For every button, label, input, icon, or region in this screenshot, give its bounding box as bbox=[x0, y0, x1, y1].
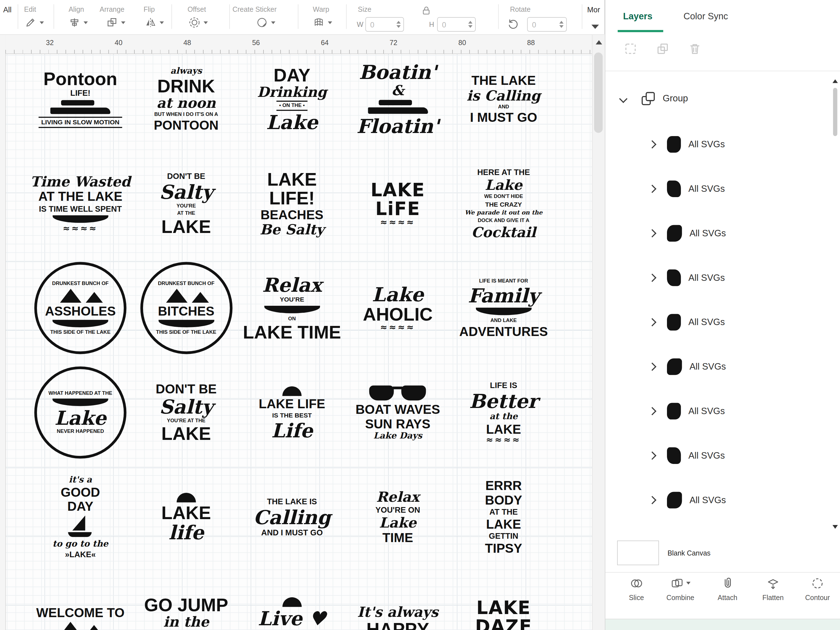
tab-layers[interactable]: Layers bbox=[620, 0, 656, 33]
step-down-icon[interactable] bbox=[468, 25, 472, 28]
chevron-right-icon[interactable] bbox=[648, 452, 657, 460]
layer-row[interactable]: All SVGs bbox=[605, 478, 840, 523]
list-scroll-up-icon[interactable] bbox=[832, 79, 838, 83]
slice-button[interactable]: Slice bbox=[617, 576, 656, 602]
layer-row[interactable]: All SVGs bbox=[605, 344, 840, 389]
canvas-design-tile[interactable]: THE LAKE ISCallingAND I MUST GO bbox=[253, 497, 331, 537]
duplicate-button[interactable] bbox=[655, 41, 671, 57]
attach-button[interactable]: Attach bbox=[708, 576, 747, 602]
layer-row[interactable]: All SVGs bbox=[605, 122, 840, 167]
combine-button[interactable]: Combine bbox=[661, 576, 700, 602]
step-up-icon[interactable] bbox=[559, 21, 564, 24]
warp-button[interactable] bbox=[313, 17, 332, 28]
align-button[interactable] bbox=[69, 17, 88, 28]
canvas-design-tile[interactable]: Live ♥LOVE bbox=[258, 596, 326, 630]
create-sticker-button[interactable] bbox=[256, 17, 276, 28]
canvas-design-tile[interactable]: ERRRBODYAT THELAKEGETTINTIPSY bbox=[485, 479, 522, 555]
chevron-down-icon[interactable] bbox=[619, 94, 627, 103]
rotate-icon[interactable] bbox=[507, 17, 519, 30]
flatten-button[interactable]: Flatten bbox=[754, 576, 793, 602]
canvas-design-tile[interactable]: LAKElife bbox=[161, 492, 211, 542]
design-text: LIFE! bbox=[70, 89, 90, 98]
canvas-design-tile[interactable]: Time WastedAT THE LAKEIS TIME WELL SPENT bbox=[30, 175, 131, 233]
edit-button[interactable] bbox=[25, 17, 44, 28]
chevron-right-icon[interactable] bbox=[648, 407, 657, 415]
chevron-right-icon[interactable] bbox=[648, 363, 657, 371]
list-scrollbar-thumb[interactable] bbox=[833, 88, 837, 136]
canvas-design-tile[interactable]: LAKEDAZEMY bbox=[475, 599, 532, 630]
step-down-icon[interactable] bbox=[559, 25, 564, 28]
canvas-design-tile[interactable]: LAKELiFE bbox=[370, 181, 425, 226]
canvas-design-tile[interactable]: LIFE IS MEANT FORFamilyAND LAKEADVENTURE… bbox=[459, 278, 548, 338]
contour-button[interactable]: Contour bbox=[798, 576, 837, 602]
layer-row[interactable]: All SVGs bbox=[605, 300, 840, 344]
scroll-up-button[interactable] bbox=[592, 34, 605, 50]
more-caret-icon[interactable] bbox=[591, 25, 599, 29]
more-button-label[interactable]: Mor bbox=[587, 5, 600, 14]
canvas-design-tile[interactable]: GO JUMPin the bbox=[144, 596, 228, 630]
chevron-down-icon[interactable] bbox=[686, 582, 690, 585]
canvas-design-tile[interactable]: DAYDrinking• ON THE •Lake bbox=[257, 66, 327, 132]
canvas-design-tile[interactable]: BOAT WAVESSUN RAYSLake Days bbox=[355, 384, 440, 441]
rotate-stepper[interactable] bbox=[559, 21, 564, 28]
toolbar-separator bbox=[17, 4, 18, 29]
step-down-icon[interactable] bbox=[396, 25, 401, 28]
step-up-icon[interactable] bbox=[396, 21, 401, 24]
design-canvas[interactable]: PontoonLIFE!LIVING IN SLOW MOTIONalwaysD… bbox=[5, 54, 592, 630]
select-all-button[interactable] bbox=[622, 41, 638, 57]
layer-row[interactable]: All SVGs bbox=[605, 167, 840, 211]
canvas-design-tile[interactable]: WHAT HAPPENED AT THELakeNEVER HAPPENED bbox=[34, 366, 126, 459]
canvas-design-tile[interactable]: DRUNKEST BUNCH OFASSHOLESTHIS SIDE OF TH… bbox=[34, 262, 126, 354]
contour-label: Contour bbox=[805, 594, 830, 602]
layer-row[interactable]: All SVGs bbox=[605, 256, 840, 300]
height-stepper[interactable] bbox=[468, 21, 472, 28]
step-up-icon[interactable] bbox=[468, 21, 472, 24]
canvas-design-tile[interactable]: It's alwaysHAPPY bbox=[357, 605, 439, 630]
canvas-design-tile[interactable]: LakeAHOLIC bbox=[363, 285, 433, 332]
canvas-design-tile[interactable]: PontoonLIFE!LIVING IN SLOW MOTION bbox=[39, 70, 122, 128]
canvas-design-tile[interactable]: LIFE ISBetterat theLAKE bbox=[469, 381, 538, 444]
chevron-right-icon[interactable] bbox=[648, 140, 657, 149]
chevron-right-icon[interactable] bbox=[648, 318, 657, 327]
chevron-right-icon[interactable] bbox=[648, 273, 657, 282]
canvas-design-tile[interactable]: Boatin'&Floatin' bbox=[357, 62, 439, 136]
layer-group-row[interactable]: Group bbox=[605, 84, 840, 114]
design-text: Calling bbox=[253, 507, 331, 527]
canvas-design-tile[interactable]: DON'T BESaltyYOU'REAT THELAKE bbox=[159, 172, 213, 235]
arrange-button[interactable] bbox=[106, 17, 125, 28]
chevron-right-icon[interactable] bbox=[648, 496, 657, 504]
canvas-design-tile[interactable]: DRUNKEST BUNCH OFBITCHESTHIS SIDE OF THE… bbox=[140, 262, 232, 354]
chevron-right-icon[interactable] bbox=[648, 185, 657, 193]
design-text: TIPSY bbox=[485, 542, 522, 555]
canvas-design-tile[interactable]: LAKELIFE!BEACHESBe Salty bbox=[260, 171, 324, 237]
layer-row[interactable]: All SVGs bbox=[605, 211, 840, 256]
canvas-design-tile[interactable]: DON'T BESaltyYOU'RE AT THELAKE bbox=[156, 382, 217, 442]
canvas-design-tile[interactable]: THE LAKEis CallingANDI MUST GO bbox=[467, 74, 541, 124]
blank-canvas-row[interactable]: Blank Canvas bbox=[605, 538, 840, 568]
canvas-design-tile[interactable]: RelaxYOU'REONLAKE TIME bbox=[243, 275, 341, 341]
height-input[interactable]: 0 bbox=[437, 17, 476, 32]
tab-color-sync[interactable]: Color Sync bbox=[681, 0, 731, 33]
layer-row[interactable]: All SVGs bbox=[605, 389, 840, 433]
canvas-design-tile[interactable]: it's aGOODDAYto go to the»LAKE« bbox=[53, 475, 108, 559]
all-button[interactable]: All bbox=[3, 5, 11, 14]
canvas-design-tile[interactable]: RelaxYOU'RE ONLakeTIME bbox=[376, 490, 420, 544]
rotate-input[interactable]: 0 bbox=[527, 17, 567, 32]
offset-button[interactable] bbox=[188, 17, 208, 28]
scrollbar-thumb[interactable] bbox=[594, 53, 603, 133]
delete-button[interactable] bbox=[687, 41, 703, 57]
lock-icon[interactable] bbox=[421, 5, 432, 17]
width-stepper[interactable] bbox=[396, 21, 401, 28]
canvas-design-tile[interactable]: WELCOME TO bbox=[36, 606, 124, 630]
list-scroll-down-icon[interactable] bbox=[832, 525, 838, 529]
layer-row[interactable]: All SVGs bbox=[605, 433, 840, 478]
canvas-design-tile[interactable]: alwaysDRINKat noonBUT WHEN I DO IT'S ON … bbox=[154, 66, 218, 132]
design-text: AND I MUST GO bbox=[261, 528, 323, 537]
width-input[interactable]: 0 bbox=[365, 17, 404, 32]
canvas-design-tile[interactable]: LAKE LIFEIS THE BESTLife bbox=[259, 385, 325, 440]
canvas-design-tile[interactable]: HERE AT THELakeWE DON'T HIDETHE CRAZYWe … bbox=[465, 168, 543, 239]
chevron-right-icon[interactable] bbox=[648, 229, 657, 237]
flip-button[interactable] bbox=[145, 17, 164, 28]
design-text: Pontoon bbox=[43, 70, 117, 87]
canvas-scrollbar[interactable] bbox=[592, 34, 605, 630]
